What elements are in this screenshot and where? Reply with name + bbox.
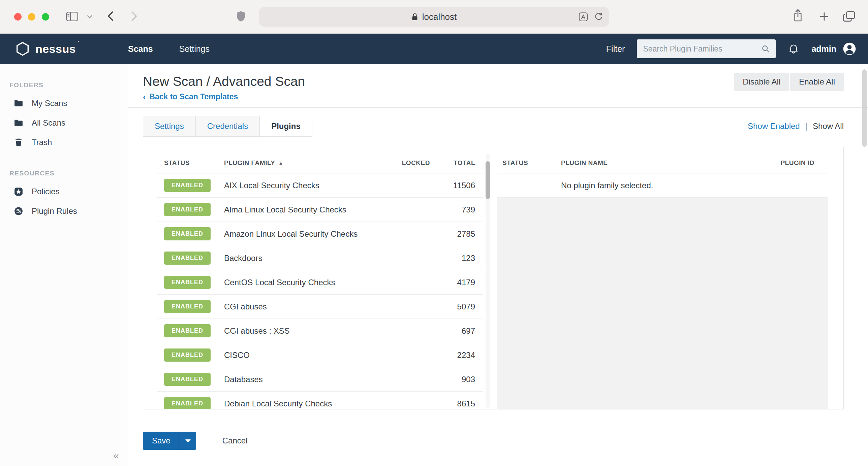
family-row[interactable]: ENABLED CentOS Local Security Checks 417… [157, 270, 483, 295]
back-chevron-icon: ‹ [143, 94, 146, 100]
minimize-window-button[interactable] [28, 13, 35, 21]
share-icon[interactable] [793, 9, 803, 22]
privacy-shield-icon[interactable] [236, 10, 246, 23]
save-dropdown-button[interactable] [180, 432, 196, 450]
families-scrollbar-thumb[interactable] [486, 161, 490, 199]
header-plugin-status: STATUS [497, 159, 558, 167]
enabled-badge[interactable]: ENABLED [164, 203, 211, 216]
plugin-rules-icon [13, 206, 24, 216]
folder-icon [13, 118, 24, 128]
new-tab-icon[interactable] [819, 11, 830, 22]
sidebar-item-label: My Scans [32, 99, 67, 108]
translate-icon[interactable] [579, 12, 588, 22]
header-total[interactable]: TOTAL [430, 159, 483, 167]
address-bar[interactable]: localhost [259, 7, 609, 27]
plugins-empty-area [497, 198, 828, 409]
cancel-button[interactable]: Cancel [220, 436, 250, 446]
family-row[interactable]: ENABLED AIX Local Security Checks 11506 [157, 173, 483, 198]
zoom-window-button[interactable] [42, 13, 49, 21]
header-plugin-family[interactable]: PLUGIN FAMILY ▲ [224, 159, 383, 167]
enabled-badge[interactable]: ENABLED [164, 300, 211, 313]
family-row[interactable]: ENABLED CGI abuses 5079 [157, 295, 483, 319]
sidebar-item-my-scans[interactable]: My Scans [0, 94, 128, 113]
plugin-families-pane: STATUS PLUGIN FAMILY ▲ LOCKED TOTAL ENAB… [157, 153, 490, 409]
plugin-families-table: STATUS PLUGIN FAMILY ▲ LOCKED TOTAL ENAB… [157, 153, 483, 409]
sidebar-item-plugin-rules[interactable]: Plugin Rules [0, 201, 128, 221]
enabled-badge[interactable]: ENABLED [164, 227, 211, 240]
enabled-badge[interactable]: ENABLED [164, 179, 211, 192]
links-separator: | [805, 122, 807, 131]
header-status[interactable]: STATUS [157, 159, 224, 167]
brand-text: nessus [35, 42, 76, 56]
notifications-bell-icon[interactable] [788, 43, 799, 55]
url-text: localhost [422, 12, 457, 22]
family-name: Backdoors [224, 254, 383, 263]
nav-settings[interactable]: Settings [179, 44, 210, 54]
sidebar-item-all-scans[interactable]: All Scans [0, 113, 128, 133]
family-row[interactable]: ENABLED CISCO 2234 [157, 343, 483, 367]
family-name: Amazon Linux Local Security Checks [224, 229, 383, 239]
tab-plugins[interactable]: Plugins [259, 116, 312, 137]
page-header: New Scan / Advanced Scan ‹ Back to Scan … [128, 64, 868, 101]
families-scrollbar-track[interactable] [486, 154, 490, 408]
sidebar-toggle-icon[interactable] [66, 11, 78, 22]
enabled-badge[interactable]: ENABLED [164, 373, 211, 386]
family-name: Databases [224, 375, 383, 384]
chevron-down-icon[interactable] [87, 15, 92, 19]
family-total: 5079 [430, 302, 483, 311]
plugin-family-search[interactable] [637, 39, 776, 58]
plugins-panel: STATUS PLUGIN FAMILY ▲ LOCKED TOTAL ENAB… [143, 147, 844, 409]
tab-overview-icon[interactable] [843, 11, 855, 22]
header-plugin-id: PLUGIN ID [771, 159, 828, 167]
forward-button[interactable] [131, 11, 137, 22]
family-name: CGI abuses [224, 302, 383, 311]
family-row[interactable]: ENABLED Alma Linux Local Security Checks… [157, 198, 483, 222]
family-row[interactable]: ENABLED CGI abuses : XSS 697 [157, 319, 483, 343]
view-links: Show Enabled | Show All [748, 122, 844, 131]
save-split-button: Save [143, 432, 196, 450]
header-actions: Disable All Enable All [734, 73, 844, 91]
family-name: CentOS Local Security Checks [224, 278, 383, 287]
sidebar-collapse-button[interactable]: « [113, 450, 119, 461]
enabled-badge[interactable]: ENABLED [164, 252, 211, 265]
enabled-badge[interactable]: ENABLED [164, 324, 211, 337]
show-all-link[interactable]: Show All [813, 122, 844, 131]
family-row[interactable]: ENABLED Backdoors 123 [157, 246, 483, 270]
back-to-scan-templates-link[interactable]: ‹ Back to Scan Templates [143, 92, 238, 101]
header-locked[interactable]: LOCKED [383, 159, 430, 167]
reload-icon[interactable] [593, 12, 603, 22]
family-name: CISCO [224, 351, 383, 360]
sidebar-item-label: Trash [32, 138, 52, 147]
back-button[interactable] [107, 11, 113, 22]
enabled-badge[interactable]: ENABLED [164, 397, 211, 409]
save-button[interactable]: Save [143, 432, 180, 450]
user-menu[interactable]: admin [811, 42, 857, 56]
family-total: 2785 [430, 229, 483, 239]
plugins-table-header: STATUS PLUGIN NAME PLUGIN ID [497, 153, 828, 173]
tab-settings[interactable]: Settings [143, 116, 196, 137]
nav-scans[interactable]: Scans [128, 44, 153, 54]
family-name: Debian Local Security Checks [224, 399, 383, 408]
family-row[interactable]: ENABLED Databases 903 [157, 367, 483, 392]
search-input[interactable] [642, 44, 761, 54]
sidebar-spacer [0, 152, 128, 166]
disable-all-button[interactable]: Disable All [734, 73, 789, 91]
family-total: 739 [430, 205, 483, 214]
show-enabled-link[interactable]: Show Enabled [748, 122, 800, 131]
family-row[interactable]: ENABLED Debian Local Security Checks 861… [157, 392, 483, 409]
lock-icon [411, 12, 418, 21]
family-row[interactable]: ENABLED Amazon Linux Local Security Chec… [157, 222, 483, 246]
page-scrollbar-thumb[interactable] [862, 69, 867, 147]
header-divider [128, 107, 868, 108]
close-window-button[interactable] [14, 13, 22, 21]
enabled-badge[interactable]: ENABLED [164, 348, 211, 362]
sidebar-item-trash[interactable]: Trash [0, 133, 128, 152]
search-icon[interactable] [761, 44, 770, 54]
username: admin [811, 44, 836, 54]
sidebar-item-policies[interactable]: Policies [0, 182, 128, 201]
filter-button[interactable]: Filter [606, 44, 625, 54]
nessus-logo[interactable]: nessus [0, 41, 128, 57]
enabled-badge[interactable]: ENABLED [164, 276, 211, 289]
tab-credentials[interactable]: Credentials [195, 116, 260, 137]
enable-all-button[interactable]: Enable All [790, 73, 844, 91]
